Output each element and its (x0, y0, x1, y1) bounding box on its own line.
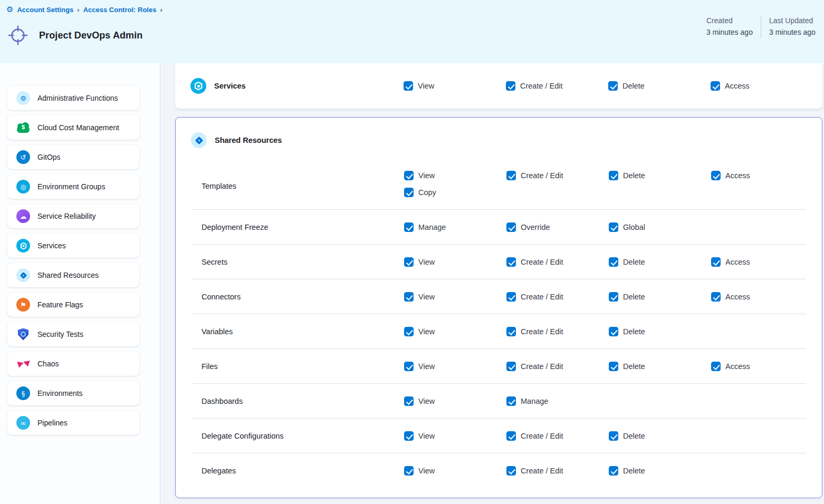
checkbox[interactable] (404, 222, 414, 232)
permission-label: View (418, 432, 435, 440)
resource-label: Dashboards (191, 397, 404, 405)
checkbox[interactable] (506, 292, 516, 302)
permission-row: SecretsViewCreate / EditDeleteAccess (191, 244, 806, 279)
permission-item: Access (711, 292, 806, 302)
checkbox[interactable] (506, 466, 516, 476)
permission-item: Delete (609, 466, 711, 476)
permission-item: Global (609, 222, 711, 232)
role-crosshair-icon (7, 24, 29, 46)
checkbox[interactable] (609, 431, 618, 441)
permission-label: Delete (623, 362, 645, 371)
breadcrumb-account-settings[interactable]: Account Settings (17, 6, 73, 14)
sidebar-item-services[interactable]: Services (7, 234, 139, 258)
created-label: Created (706, 15, 753, 26)
checkbox[interactable] (609, 362, 618, 371)
permission-cell: Manage (506, 396, 609, 406)
feature-flags-flag-icon: ⚑ (16, 298, 30, 312)
permission-cell: View (404, 431, 506, 441)
permission-label: Create / Edit (521, 432, 563, 440)
sidebar-item-label: GitOps (37, 153, 61, 161)
checkbox[interactable] (609, 171, 618, 180)
sidebar-item-label: Service Reliability (37, 212, 95, 220)
sidebar-item-label: Pipelines (37, 419, 68, 427)
checkbox[interactable] (506, 222, 516, 232)
permission-label: Delete (623, 432, 645, 440)
checkbox[interactable] (711, 362, 721, 371)
cloud-cost-cloud-dollar-icon: $ (16, 122, 30, 133)
permission-item: Delete (609, 362, 711, 371)
sidebar-item-label: Administrative Functions (37, 94, 118, 102)
checkbox[interactable] (609, 257, 618, 267)
checkbox[interactable] (608, 81, 618, 91)
checkbox[interactable] (506, 431, 516, 441)
permission-item: Create / Edit (506, 466, 609, 476)
shared-resources-rows: TemplatesViewCopyCreate / EditDeleteAcce… (191, 163, 806, 488)
permission-cell: Delete (609, 163, 711, 180)
breadcrumb-separator-icon: › (160, 6, 162, 14)
checkbox[interactable] (506, 327, 516, 336)
permission-label: Create / Edit (520, 82, 563, 90)
checkbox[interactable] (404, 292, 414, 302)
checkbox[interactable] (506, 81, 515, 91)
breadcrumb-access-control-roles[interactable]: Access Control: Roles (83, 6, 157, 14)
checkbox[interactable] (609, 466, 618, 476)
services-section-label: Services (214, 82, 246, 90)
checkbox[interactable] (404, 81, 413, 91)
checkbox[interactable] (506, 257, 516, 267)
permission-item: Delete (609, 171, 711, 180)
checkbox[interactable] (404, 257, 414, 267)
checkbox[interactable] (609, 292, 618, 302)
permission-cell: Create / Edit (506, 327, 609, 336)
permission-label: Delete (623, 327, 645, 336)
sidebar-item-service-reliability[interactable]: ☁Service Reliability (7, 204, 139, 228)
checkbox[interactable] (404, 327, 414, 336)
services-hexagon-icon (16, 239, 30, 253)
resource-label: Delegate Configurations (191, 432, 404, 440)
checkbox[interactable] (404, 362, 414, 371)
permission-item: Access (711, 257, 806, 267)
permission-item: View (404, 362, 506, 371)
sidebar-item-cloud-cost-management[interactable]: $Cloud Cost Management (7, 115, 139, 140)
permission-cell: Delete (609, 327, 711, 336)
permission-label: Copy (418, 188, 436, 197)
sidebar-item-administrative-functions[interactable]: ⚙Administrative Functions (7, 86, 139, 110)
permission-item: Create / Edit (506, 292, 609, 302)
sidebar-item-chaos[interactable]: Chaos (7, 352, 139, 376)
permission-label: Manage (521, 397, 548, 405)
checkbox[interactable] (404, 466, 414, 476)
checkbox[interactable] (609, 222, 618, 232)
checkbox[interactable] (609, 327, 618, 336)
checkbox[interactable] (506, 362, 516, 371)
sidebar-item-label: Chaos (37, 360, 59, 368)
checkbox[interactable] (404, 396, 414, 406)
permission-label: Create / Edit (521, 467, 563, 475)
sidebar-item-pipelines[interactable]: ∞Pipelines (7, 411, 139, 435)
checkbox[interactable] (404, 431, 414, 441)
service-reliability-icon: ☁ (16, 209, 30, 223)
checkbox[interactable] (711, 292, 721, 302)
permission-cell: View (404, 362, 506, 371)
checkbox[interactable] (506, 396, 516, 406)
permission-item: Create / Edit (506, 257, 609, 267)
sidebar-item-environment-groups[interactable]: ◎Environment Groups (7, 175, 139, 199)
permission-label: View (418, 171, 435, 180)
sidebar-item-feature-flags[interactable]: ⚑Feature Flags (7, 293, 139, 317)
permission-cell: View (404, 327, 506, 336)
sidebar-item-environments[interactable]: §Environments (7, 381, 139, 405)
checkbox[interactable] (404, 171, 414, 180)
sidebar-item-shared-resources[interactable]: Shared Resources (7, 263, 139, 287)
permission-label: Create / Edit (521, 258, 563, 266)
checkbox[interactable] (711, 81, 720, 91)
permission-label: Create / Edit (521, 327, 563, 336)
checkbox[interactable] (711, 257, 721, 267)
resource-label: Variables (191, 327, 404, 336)
sidebar-item-gitops[interactable]: ↺GitOps (7, 145, 139, 169)
gitops-icon: ↺ (16, 150, 30, 164)
permission-cell: Create / Edit (506, 292, 609, 302)
checkbox[interactable] (404, 188, 414, 197)
sidebar-item-security-tests[interactable]: Security Tests (7, 322, 139, 346)
checkbox[interactable] (506, 171, 516, 180)
checkbox[interactable] (711, 171, 721, 180)
permission-item: Delete (608, 81, 711, 91)
shared-resources-section-card: Shared Resources TemplatesViewCopyCreate… (175, 117, 822, 498)
